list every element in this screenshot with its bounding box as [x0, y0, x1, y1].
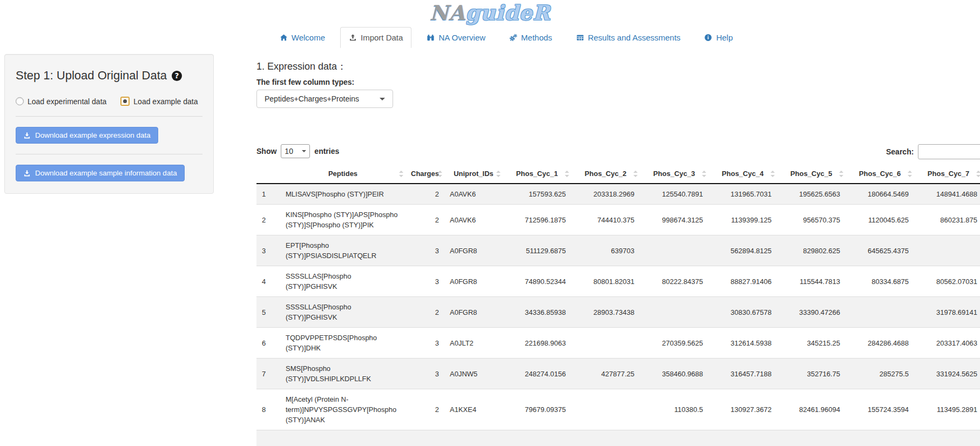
- intensity-cell: 34336.85938: [503, 297, 571, 328]
- tab-label: Methods: [521, 33, 552, 42]
- column-header-label: Phos_Cyc_7: [928, 170, 969, 178]
- tab-label: Results and Assessments: [588, 33, 681, 42]
- intensity-cell: 221698.9063: [503, 328, 571, 359]
- column-header-charges[interactable]: Charges: [405, 164, 444, 184]
- page-length-select[interactable]: 10: [281, 144, 310, 158]
- panel-title-text: Step 1: Upload Original Data: [16, 69, 167, 83]
- gears-icon: [509, 33, 517, 42]
- column-header-label: Uniprot_IDs: [454, 170, 494, 178]
- column-types-selected-value: Peptides+Charges+Proteins: [265, 94, 359, 103]
- upload-panel: Step 1: Upload Original Data ? Load expe…: [4, 54, 214, 194]
- column-header-uniprot_ids[interactable]: Uniprot_IDs: [444, 164, 503, 184]
- intensity-cell: [571, 389, 640, 430]
- peptide-cell: KINS[Phospho (STY)]APS[Phospho (STY)]S[P…: [280, 205, 405, 235]
- peptide-cell: M[Acetyl (Protein N-term)]NPVYSPGSSGVPY[…: [280, 389, 405, 430]
- table-row: 7SMS[Phospho (STY)]VDLSHIPLKDPLLFK3A0JNW…: [256, 359, 980, 389]
- column-header-phos_cyc_2[interactable]: Phos_Cyc_2: [571, 164, 640, 184]
- table-row: 4SSSSLLAS[Phospho (STY)]PGHISVK3A0FGR874…: [256, 266, 980, 297]
- uniprot-cell: A0JNW5: [444, 359, 503, 389]
- intensity-cell: 157593.625: [503, 184, 571, 205]
- sort-icon: [633, 170, 638, 178]
- show-label: Show: [256, 147, 276, 156]
- intensity-cell: 860231.875: [914, 205, 980, 235]
- intensity-cell: 712596.1875: [503, 205, 571, 235]
- intensity-cell: 110380.5: [640, 389, 708, 430]
- page-length-control: Show 10 entries: [256, 144, 980, 158]
- peptide-cell: TQDPVPPETPSDS[Phospho (STY)]DHK: [280, 328, 405, 359]
- sort-icon: [565, 170, 570, 178]
- uniprot-cell: A0FGR8: [444, 235, 503, 266]
- intensity-cell: 358460.9688: [640, 359, 708, 389]
- uniprot-cell: A0FGR8: [444, 297, 503, 328]
- main-nav: Welcome Import Data NA Overview Methods …: [0, 27, 980, 48]
- intensity-cell: 30830.67578: [708, 297, 777, 328]
- column-header-phos_cyc_3[interactable]: Phos_Cyc_3: [640, 164, 708, 184]
- intensity-cell: 80801.82031: [571, 266, 640, 297]
- tab-na-overview[interactable]: NA Overview: [418, 27, 494, 48]
- intensity-cell: 79679.09375: [503, 389, 571, 430]
- intensity-cell: [640, 297, 708, 328]
- tab-results-and-assessments[interactable]: Results and Assessments: [567, 27, 690, 48]
- intensity-cell: 511129.6875: [503, 235, 571, 266]
- radio-label: Load example data: [133, 97, 198, 106]
- charge-cell: 2: [405, 184, 444, 205]
- sort-icon: [839, 170, 844, 178]
- tab-label: Import Data: [361, 33, 403, 42]
- intensity-cell: [914, 235, 980, 266]
- page-length-value: 10: [285, 147, 293, 156]
- charge-cell: 3: [405, 235, 444, 266]
- divider: [16, 116, 202, 117]
- tab-import-data[interactable]: Import Data: [340, 27, 411, 48]
- intensity-cell: 82461.96094: [777, 389, 846, 430]
- row-index-cell: 3: [256, 235, 280, 266]
- column-header-peptides[interactable]: Peptides: [280, 164, 405, 184]
- intensity-cell: 80334.6875: [846, 266, 914, 297]
- radio-load-experimental-data[interactable]: Load experimental data: [16, 97, 106, 106]
- peptide-cell: SSSSLLAS[Phospho (STY)]PGHISVK: [280, 266, 405, 297]
- tab-methods[interactable]: Methods: [501, 27, 561, 48]
- sort-icon: [438, 170, 443, 178]
- intensity-cell: 998674.3125: [640, 205, 708, 235]
- binoculars-icon: [427, 33, 435, 42]
- intensity-cell: 1139399.125: [708, 205, 777, 235]
- search-control: Search:: [886, 144, 980, 159]
- column-header-phos_cyc_4[interactable]: Phos_Cyc_4: [708, 164, 777, 184]
- intensity-cell: 203318.2969: [571, 184, 640, 205]
- caret-down-icon: [302, 150, 306, 152]
- intensity-cell: 352716.75: [777, 359, 846, 389]
- download-expression-data-button[interactable]: Download example expression data: [16, 127, 158, 144]
- download-sample-information-button[interactable]: Download example sample information data: [16, 165, 185, 181]
- sort-icon: [702, 170, 707, 178]
- intensity-cell: 148941.4688: [914, 184, 980, 205]
- column-header-phos_cyc_1[interactable]: Phos_Cyc_1: [503, 164, 571, 184]
- intensity-cell: 345215.25: [777, 328, 846, 359]
- tab-welcome[interactable]: Welcome: [271, 27, 334, 48]
- search-input[interactable]: [918, 144, 980, 159]
- intensity-cell: 645625.4375: [846, 235, 914, 266]
- sort-icon: [496, 170, 501, 178]
- column-header-phos_cyc_5[interactable]: Phos_Cyc_5: [777, 164, 846, 184]
- intensity-cell: 285275.5: [846, 359, 914, 389]
- expression-data-table: PeptidesChargesUniprot_IDsPhos_Cyc_1Phos…: [256, 164, 980, 446]
- radio-label: Load experimental data: [28, 97, 106, 106]
- tab-help[interactable]: Help: [695, 27, 741, 48]
- intensity-cell: 248274.0156: [503, 359, 571, 389]
- data-source-radio-group: Load experimental data Load example data: [16, 97, 202, 106]
- radio-load-example-data[interactable]: Load example data: [120, 97, 198, 106]
- column-header-phos_cyc_6[interactable]: Phos_Cyc_6: [846, 164, 914, 184]
- intensity-cell: 203317.4063: [914, 328, 980, 359]
- intensity-cell: 562894.8125: [708, 235, 777, 266]
- entries-label: entries: [314, 147, 339, 156]
- button-label: Download example expression data: [35, 131, 151, 139]
- intensity-cell: 956570.375: [777, 205, 846, 235]
- column-header-phos_cyc_7[interactable]: Phos_Cyc_7: [914, 164, 980, 184]
- intensity-cell: 131965.7031: [708, 184, 777, 205]
- table-row: 8M[Acetyl (Protein N-term)]NPVYSPGSSGVPY…: [256, 389, 980, 430]
- intensity-cell: [640, 235, 708, 266]
- table-row: 2KINS[Phospho (STY)]APS[Phospho (STY)]S[…: [256, 205, 980, 235]
- intensity-cell: 130927.3672: [708, 389, 777, 430]
- column-types-select[interactable]: Peptides+Charges+Proteins: [256, 90, 393, 108]
- svg-text:?: ?: [175, 71, 179, 80]
- intensity-cell: 113495.2891: [914, 389, 980, 430]
- question-circle-icon[interactable]: ?: [171, 70, 183, 82]
